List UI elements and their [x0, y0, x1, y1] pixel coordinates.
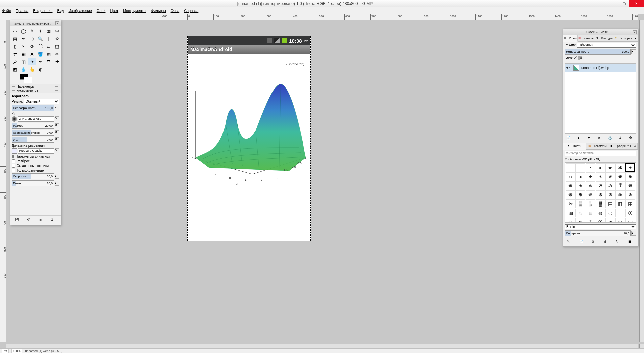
new-layer-icon[interactable]: 📄 [566, 136, 572, 141]
eraser-tool[interactable]: ◫ [19, 58, 28, 65]
brush-grid[interactable]: .·•●★✱✦○●★✶✷✸✹✺⁕∗※⁂⁑❋❊❉❈❇❆❅❄☀▒░▓▤▥▦▧▨▩◍◌… [565, 162, 636, 223]
brush-cell[interactable]: . [566, 163, 576, 172]
scatter-checkbox[interactable] [12, 159, 15, 163]
mode-select[interactable]: Обычный [24, 99, 59, 104]
open-as-image-icon[interactable]: ▣ [628, 240, 634, 245]
brush-cell[interactable]: ◦ [615, 209, 625, 217]
layer-row[interactable]: 👁 unnamed (1).webp [565, 64, 636, 72]
brush-cell[interactable]: ░ [586, 199, 595, 208]
brush-cell[interactable]: ❇ [596, 190, 605, 199]
menu-edit[interactable]: Правка [16, 9, 28, 13]
toolbox-close-icon[interactable]: × [55, 21, 59, 25]
smudge-tool[interactable]: 👆 [28, 66, 36, 73]
dynamics-icon[interactable] [12, 148, 17, 154]
menu-file[interactable]: Файл [2, 9, 11, 13]
maximize-button[interactable]: ▢ [619, 0, 629, 7]
brush-cell[interactable]: ★ [586, 172, 595, 181]
delete-preset-icon[interactable]: 🗑 [39, 218, 44, 223]
zoom-tool[interactable]: 🔍 [36, 35, 44, 42]
tab-paths[interactable]: ↯Контуры [595, 35, 614, 41]
brush-cell[interactable]: ✷ [605, 172, 615, 181]
dynamics-name[interactable]: Pressure Opacity [18, 148, 54, 154]
brush-cell[interactable]: ❉ [576, 190, 586, 199]
perspective-tool[interactable]: ⬚ [53, 43, 61, 50]
paths-tool[interactable]: ✒ [19, 35, 28, 42]
scissors-tool[interactable]: ✂ [53, 27, 61, 35]
free-select-tool[interactable]: ✎ [28, 27, 36, 35]
expand-dyn-params-icon[interactable]: ⊞ [12, 155, 14, 158]
brush-tab-menu-icon[interactable]: ◂ [632, 143, 638, 149]
duplicate-brush-icon[interactable]: ⧉ [592, 240, 597, 245]
close-button[interactable]: ✕ [629, 0, 644, 7]
merge-down-icon[interactable]: ⬇ [618, 136, 624, 141]
tab-brushes[interactable]: ●Кисти [563, 143, 586, 150]
brush-preview-icon[interactable] [12, 116, 17, 122]
reset-preset-icon[interactable]: ⊘ [51, 218, 56, 223]
background-color[interactable] [24, 77, 32, 83]
tab-channels[interactable]: ▥Каналы [578, 35, 595, 41]
brush-cell[interactable]: ◎ [615, 218, 625, 223]
menu-colors[interactable]: Цвет [110, 9, 118, 13]
foreground-select-tool[interactable]: ▤ [11, 35, 19, 42]
zoom-selector[interactable]: 100% [11, 349, 22, 353]
paintbrush-tool[interactable]: 🖌 [11, 58, 19, 65]
delete-brush-icon[interactable]: 🗑 [604, 240, 609, 245]
airbrush-tool[interactable]: ✈ [28, 58, 36, 65]
brush-cell[interactable]: ❋ [625, 181, 635, 190]
anchor-layer-icon[interactable]: ⚓ [608, 136, 613, 141]
brush-tag-select[interactable]: Basic [565, 224, 636, 229]
dodge-tool[interactable]: ◐ [36, 66, 44, 73]
brush-cell[interactable]: ● [576, 172, 586, 181]
layers-close-icon[interactable]: × [633, 30, 637, 34]
layer-opacity-slider[interactable]: Непрозрачность 100,0 [565, 49, 631, 55]
canvas-area[interactable]: 10:38 PM MaximaOnAndroid 2^(v^2-u^2) [6, 20, 638, 342]
menu-help[interactable]: Справка [184, 9, 198, 13]
brush-cell[interactable]: ⦾ [586, 218, 595, 223]
raise-layer-icon[interactable]: ▲ [577, 136, 582, 141]
flip-tool[interactable]: ⇄ [11, 50, 19, 58]
duplicate-layer-icon[interactable]: ⧉ [598, 136, 603, 141]
toolbox-panel[interactable]: Панель инструментов ... × ▭ ◯ ✎ ✴ ▦ ✂ ▤ … [10, 20, 61, 225]
brush-filter-input[interactable]: фильтр по меткам [565, 151, 636, 156]
brush-cell[interactable]: ❄ [625, 190, 635, 199]
brush-cell[interactable]: ⊙ [566, 218, 576, 223]
tab-layers[interactable]: ▤Слои [563, 35, 578, 42]
layers-panel-title[interactable]: Слои - Кисти × [563, 29, 638, 35]
scale-tool[interactable]: ⛶ [36, 43, 44, 50]
brush-cell[interactable]: ◉ [605, 218, 615, 223]
menu-filters[interactable]: Фильтры [151, 9, 166, 13]
by-color-select-tool[interactable]: ▦ [45, 27, 53, 35]
tab-history[interactable]: ↶История [614, 35, 633, 41]
fg-bg-color[interactable] [10, 74, 61, 84]
aspect-slider[interactable]: Соотношение сторон 0,00 [12, 130, 54, 136]
layer-opacity-spin[interactable]: ▴ [631, 49, 636, 54]
measure-tool[interactable]: ⟊ [45, 35, 53, 42]
brush-cell[interactable]: ★ [605, 163, 615, 172]
brush-cell[interactable]: ▦ [625, 199, 635, 208]
menu-tools[interactable]: Инструменты [123, 9, 146, 13]
ellipse-select-tool[interactable]: ◯ [19, 27, 28, 35]
brush-cell[interactable]: ✦ [625, 163, 635, 172]
layer-mode-select[interactable]: Обычный [577, 43, 636, 48]
brush-cell[interactable]: ⦿ [625, 209, 635, 217]
brush-cell[interactable]: ▒ [576, 199, 586, 208]
layer-name[interactable]: unnamed (1).webp [581, 66, 609, 70]
brush-cell[interactable]: ▥ [615, 199, 625, 208]
edit-brush-icon[interactable]: ✎ [567, 240, 573, 245]
brush-cell[interactable]: ∗ [586, 181, 595, 190]
cage-tool[interactable]: ▣ [19, 50, 28, 58]
flow-spin[interactable]: ▴ [55, 181, 59, 186]
tool-options-header[interactable]: Параметры инструментов [10, 84, 61, 93]
navigation-corner[interactable] [639, 344, 644, 348]
align-tool[interactable]: ▯ [11, 43, 19, 50]
opacity-slider[interactable]: Непрозрачность 100,0 [12, 105, 54, 111]
size-slider[interactable]: Размер 20,00 [12, 123, 54, 129]
brush-cell[interactable]: ❆ [605, 190, 615, 199]
rate-slider[interactable]: Скорость 80,0 [12, 173, 54, 179]
menu-select[interactable]: Выделение [33, 9, 52, 13]
blur-tool[interactable]: 💧 [19, 66, 28, 73]
rate-spin[interactable]: ▴ [55, 174, 59, 179]
brush-cell[interactable]: ◌ [605, 209, 615, 217]
brush-cell[interactable]: ▓ [596, 199, 605, 208]
interval-spin[interactable]: ▴ [631, 231, 636, 236]
